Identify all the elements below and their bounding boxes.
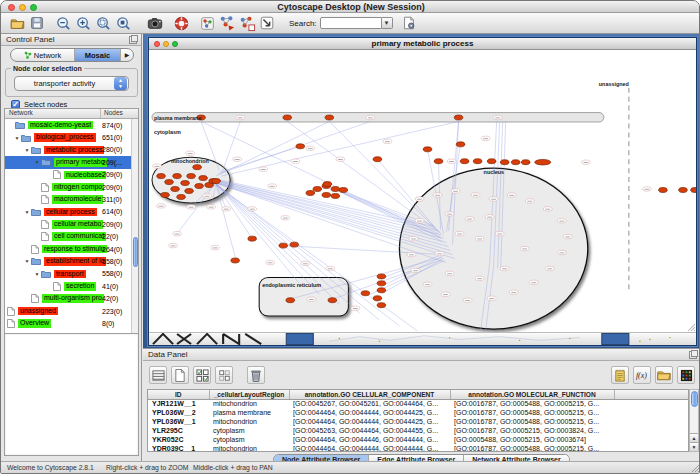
selected-network-node[interactable]	[296, 144, 305, 149]
selected-network-node[interactable]	[290, 242, 299, 247]
table-cell[interactable]: YLR295C	[148, 426, 209, 435]
selected-network-node[interactable]	[187, 174, 196, 179]
zoom-in-icon[interactable]	[73, 14, 93, 33]
selected-network-node[interactable]	[377, 274, 386, 279]
expander-icon[interactable]: ▼	[33, 159, 41, 165]
table-cell[interactable]: [GO:0044464, GO:0044446, GO:0044444, G..…	[289, 435, 450, 444]
table-cell[interactable]: [GO:0044464, GO:0044444, GO:0044425, G..…	[289, 417, 450, 426]
selected-network-node[interactable]	[199, 176, 208, 181]
vizmapper-icon[interactable]	[257, 14, 277, 33]
selected-network-node[interactable]	[373, 157, 382, 162]
selected-network-node[interactable]	[157, 174, 166, 179]
formula-fx-icon[interactable]: f(x)	[633, 366, 651, 384]
notepad-icon[interactable]	[611, 366, 629, 384]
help-lifering-icon[interactable]	[171, 14, 191, 33]
selected-network-node[interactable]	[511, 160, 520, 165]
selected-network-node[interactable]	[361, 291, 370, 296]
attribute-table[interactable]: ID_cellularLayoutRegionannotation.GO CEL…	[147, 389, 689, 452]
selected-network-node[interactable]	[193, 165, 202, 170]
selected-network-node[interactable]	[373, 296, 382, 301]
table-row[interactable]: YLR295Ccytoplasm[GO:0045263, GO:0044464,…	[148, 426, 689, 435]
selected-network-node[interactable]	[473, 159, 482, 164]
tree-scrollbar[interactable]	[131, 119, 138, 363]
selected-network-node[interactable]	[181, 181, 190, 186]
selected-network-node[interactable]	[434, 159, 443, 164]
table-cell[interactable]: [GO:0044464, GO:0044444, GO:0044444, G..…	[289, 444, 450, 452]
selected-network-node[interactable]	[212, 179, 221, 184]
table-scrollbar[interactable]: ▲ ▼	[689, 389, 699, 452]
selected-network-node[interactable]	[279, 243, 288, 248]
scroll-down-button[interactable]: ▼	[690, 442, 698, 451]
table-cell[interactable]: YPL036W__2	[148, 408, 209, 417]
network-window[interactable]: primary metabolic process	[148, 37, 697, 346]
table-cell[interactable]: plasma membrane	[209, 408, 289, 417]
selected-network-node[interactable]	[377, 281, 386, 286]
tree-row-mosaic-demo-yeast[interactable]: mosaic-demo-yeast874(0)	[5, 119, 138, 131]
select-attributes-icon[interactable]	[193, 366, 211, 384]
table-cell[interactable]: mitochondrion	[209, 417, 289, 426]
network-edge[interactable]	[222, 121, 240, 172]
selected-network-node[interactable]	[331, 187, 340, 192]
table-cell[interactable]: [GO:0045267, GO:0045261, GO:0044464, G..…	[289, 399, 450, 408]
selected-network-node[interactable]	[195, 184, 204, 189]
table-column-header[interactable]: _cellularLayoutRegion	[209, 390, 289, 399]
selected-network-node[interactable]	[323, 182, 332, 187]
expander-icon[interactable]: ▼	[33, 271, 41, 277]
table-cell[interactable]: [GO:0016787, GO:0005488, GO:0005215, G..…	[450, 408, 614, 417]
selected-network-node[interactable]	[377, 303, 386, 308]
selected-network-node[interactable]	[331, 193, 340, 198]
table-cell[interactable]: [GO:0016787, GO:0005215, GO:0003824, G..…	[450, 426, 614, 435]
selected-network-node[interactable]	[248, 236, 257, 241]
tree-row-cellular-metabo[interactable]: cellular metabo209(0)	[5, 218, 138, 230]
selected-network-node[interactable]	[339, 188, 348, 193]
tree-row-nitrogen-compo[interactable]: nitrogen compo209(0)	[5, 181, 138, 193]
tree-row-response-to-stimulu[interactable]: response to stimulu264(0)	[5, 243, 138, 255]
selected-network-node[interactable]	[377, 288, 386, 293]
table-column-header[interactable]: annotation.GO MOLECULAR_FUNCTION	[450, 390, 614, 399]
selected-network-node[interactable]	[165, 180, 174, 185]
selected-network-node[interactable]	[171, 187, 180, 192]
selected-network-node[interactable]	[325, 115, 334, 120]
network-edge[interactable]	[216, 185, 236, 260]
tree-row-establishment-of-lo[interactable]: ▼establishment of lo558(0)	[5, 255, 138, 267]
network-edge[interactable]	[201, 121, 441, 237]
selected-network-node[interactable]	[306, 191, 315, 196]
tree-row-macromolecule[interactable]: macromolecule311(0)	[5, 193, 138, 205]
selected-network-node[interactable]	[691, 188, 696, 193]
plasma-membrane-region[interactable]	[152, 113, 604, 122]
selected-network-node[interactable]	[328, 298, 337, 303]
zoom-out-icon[interactable]	[53, 14, 73, 33]
nucleus-region[interactable]	[399, 168, 587, 329]
window-resize-grip[interactable]	[691, 463, 700, 472]
tree-row-cellular-process[interactable]: ▼cellular process614(0)	[5, 206, 138, 218]
open-session-icon[interactable]	[7, 14, 27, 33]
layout-nodes-icon[interactable]	[217, 14, 237, 33]
tree-row-biological-process[interactable]: ▼biological_process651(0)	[5, 131, 138, 143]
table-cell[interactable]: YDR039C__1	[148, 444, 209, 452]
node-color-dropdown[interactable]: transporter activity ▲▼	[14, 76, 129, 91]
table-cell[interactable]: [GO:0044464, GO:0044444, GO:0044425, G..…	[289, 408, 450, 417]
table-row[interactable]: YPL036W__2plasma membrane[GO:0044464, GO…	[148, 408, 689, 417]
selected-network-node[interactable]	[161, 192, 170, 197]
selected-network-node[interactable]	[679, 188, 688, 193]
table-column-header[interactable]: annotation.GO CELLULAR_COMPONENT	[289, 390, 450, 399]
table-row[interactable]: YJR121W__1mitochondrion[GO:0045267, GO:0…	[148, 399, 689, 408]
selected-network-node[interactable]	[283, 115, 292, 120]
unselect-attributes-icon[interactable]	[215, 366, 233, 384]
selected-network-node[interactable]	[423, 147, 432, 152]
network-overview-icon[interactable]	[197, 14, 217, 33]
selected-network-node[interactable]	[322, 192, 331, 197]
birdseye-view[interactable]	[4, 333, 139, 456]
table-cell[interactable]: YKR052C	[148, 435, 209, 444]
tree-row-unassigned[interactable]: unassigned223(0)	[5, 305, 138, 317]
table-cell[interactable]: YPL036W__1	[148, 417, 209, 426]
new-attribute-icon[interactable]	[171, 366, 189, 384]
table-row[interactable]: YKR052Ccytoplasm[GO:0044464, GO:0044446,…	[148, 435, 689, 444]
attribute-matrix-icon[interactable]	[149, 366, 167, 384]
tree-row-multi-organism-pro[interactable]: multi-organism pro42(0)	[5, 292, 138, 304]
scroll-up-button[interactable]: ▲	[690, 433, 698, 442]
selected-network-node[interactable]	[286, 298, 295, 303]
table-cell[interactable]: cytoplasm	[209, 435, 289, 444]
import-attributes-folder-icon[interactable]	[655, 366, 673, 384]
selected-network-node[interactable]	[460, 159, 469, 164]
